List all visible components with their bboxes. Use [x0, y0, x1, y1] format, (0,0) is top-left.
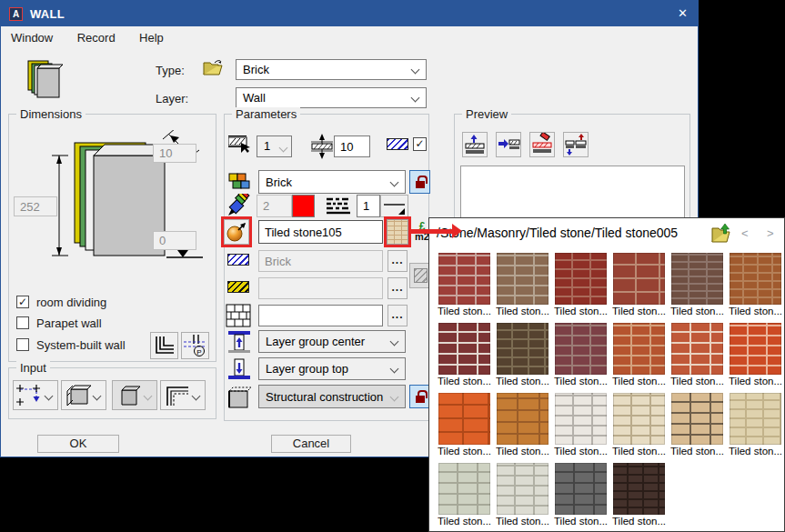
type-combobox[interactable]: Brick [236, 59, 427, 80]
texture-tile[interactable]: Tiled ston... [436, 459, 494, 529]
texture-tile-image[interactable] [613, 393, 665, 445]
texture-tile[interactable]: Tiled ston... [669, 249, 727, 319]
parapet-wall-checkbox[interactable] [16, 316, 29, 329]
menu-record[interactable]: Record [67, 26, 126, 50]
wall-thickness-field[interactable] [153, 144, 196, 163]
texture-tile-image[interactable] [613, 463, 665, 515]
texture-tile[interactable]: Tiled ston... [610, 249, 669, 319]
texture-tile-image[interactable] [438, 253, 490, 305]
folder-up-icon[interactable] [711, 223, 732, 245]
material-lock-button[interactable] [409, 170, 430, 194]
texture-tile-image[interactable] [497, 463, 548, 515]
chevron-down-icon [411, 65, 420, 75]
texture-tile[interactable]: Tiled ston... [494, 459, 552, 529]
layer-group-top-combobox[interactable]: Layer group top [258, 357, 406, 380]
texture-tile-image[interactable] [730, 323, 781, 375]
close-button[interactable]: ✕ [668, 1, 698, 26]
preview-add-layer-above-button[interactable] [462, 132, 488, 157]
menu-help[interactable]: Help [129, 26, 174, 50]
texture-swatch-button[interactable] [387, 219, 408, 245]
texture-tile-image[interactable] [613, 253, 665, 305]
texture-tile[interactable]: Tiled ston... [727, 319, 785, 389]
line-style-button[interactable] [380, 195, 408, 217]
brick-browse-button[interactable]: ... [387, 305, 408, 326]
texture-tile-image[interactable] [438, 323, 490, 375]
texture-tile-image[interactable] [555, 253, 607, 305]
insert-layer-icon [497, 133, 520, 156]
texture-tile-image[interactable] [555, 323, 607, 375]
layer-active-checkbox[interactable]: ✓ [413, 137, 427, 151]
wall-base-field[interactable] [153, 231, 196, 250]
texture-tile-image[interactable] [555, 393, 607, 445]
hatch-name-field[interactable] [258, 250, 383, 272]
reference-point-button[interactable]: P [181, 332, 209, 359]
texture-tile[interactable]: Tiled ston... [494, 319, 552, 389]
chevron-down-icon [390, 178, 399, 187]
texture-tile[interactable]: Tiled ston... [669, 389, 727, 459]
fill-name-field[interactable] [258, 277, 383, 299]
fill-browse-button[interactable]: ... [387, 277, 408, 299]
hatch-browse-button[interactable]: ... [387, 250, 408, 272]
surface-name-field[interactable] [258, 220, 383, 244]
input-mode-wall-side-button[interactable] [61, 380, 106, 410]
texture-tile-image[interactable] [438, 393, 490, 445]
cancel-button[interactable]: Cancel [271, 435, 351, 453]
line-type-field[interactable] [357, 195, 380, 217]
input-mode-wall-center-button[interactable] [112, 380, 157, 410]
layer-number-combobox[interactable]: 1 [257, 136, 292, 157]
texture-tile-image[interactable] [671, 323, 723, 375]
layer-combobox[interactable]: Wall [236, 87, 427, 108]
texture-tile[interactable]: Tiled ston... [610, 459, 669, 529]
texture-tile-image[interactable] [497, 253, 548, 305]
room-dividing-checkbox[interactable]: ✓ [16, 296, 29, 308]
texture-tile[interactable]: Tiled ston... [552, 319, 610, 389]
menu-window[interactable]: Window [1, 26, 63, 50]
next-page-button[interactable]: > [767, 226, 774, 240]
ok-button[interactable]: OK [37, 435, 119, 453]
pen-width-field[interactable] [257, 195, 292, 217]
texture-tile-image[interactable] [555, 463, 607, 515]
brick-name-field[interactable] [258, 305, 383, 326]
material-combobox[interactable]: Brick [258, 170, 406, 194]
menu-bar: Window Record Help [1, 26, 698, 50]
texture-tile-image[interactable] [497, 393, 548, 445]
preview-insert-layer-button[interactable] [496, 132, 521, 157]
texture-tile[interactable]: Tiled ston... [610, 389, 669, 459]
open-folder-icon[interactable] [202, 59, 224, 77]
texture-tile-image[interactable] [730, 393, 781, 445]
pen-color-swatch[interactable] [292, 195, 315, 217]
input-mode-polygon-button[interactable] [13, 380, 58, 410]
texture-tile[interactable]: Tiled ston... [552, 389, 610, 459]
input-mode-corner-button[interactable] [160, 380, 206, 410]
wall-corner-button[interactable] [150, 332, 178, 359]
layer-group-center-combobox[interactable]: Layer group center [258, 330, 406, 353]
fill-pattern-icon [227, 281, 249, 293]
texture-tile[interactable]: Tiled ston... [669, 319, 727, 389]
construction-lock-button[interactable] [409, 385, 430, 408]
texture-tile[interactable]: Tiled ston... [436, 389, 494, 459]
prev-page-button[interactable]: < [741, 226, 749, 240]
texture-tile[interactable]: Tiled ston... [610, 319, 669, 389]
texture-tile-image[interactable] [671, 393, 723, 445]
dimensions-legend: Dimensions [16, 107, 86, 121]
texture-tile[interactable]: Tiled ston... [494, 389, 552, 459]
layer-thickness-field[interactable] [334, 136, 370, 157]
construction-combobox[interactable]: Structural construction [258, 385, 406, 408]
texture-tile[interactable]: Tiled ston... [494, 249, 552, 319]
preview-move-layer-button[interactable] [563, 132, 589, 157]
texture-tile[interactable]: Tiled ston... [436, 249, 494, 319]
texture-tile-image[interactable] [613, 323, 665, 375]
texture-tile[interactable]: Tiled ston... [552, 249, 610, 319]
texture-tile-image[interactable] [438, 463, 490, 515]
texture-tile[interactable]: Tiled ston... [436, 319, 494, 389]
texture-tile[interactable]: Tiled ston... [727, 249, 785, 319]
texture-tile-image[interactable] [671, 253, 723, 305]
texture-tile-image[interactable] [497, 323, 548, 375]
texture-tile-image[interactable] [730, 253, 781, 305]
texture-tile[interactable]: Tiled ston... [727, 389, 785, 459]
system-built-wall-checkbox[interactable] [16, 338, 29, 351]
texture-tile[interactable]: Tiled ston... [552, 459, 610, 529]
surface-picker-button[interactable] [224, 219, 249, 245]
wall-height-field[interactable] [14, 196, 57, 216]
preview-delete-layer-button[interactable] [529, 132, 555, 157]
